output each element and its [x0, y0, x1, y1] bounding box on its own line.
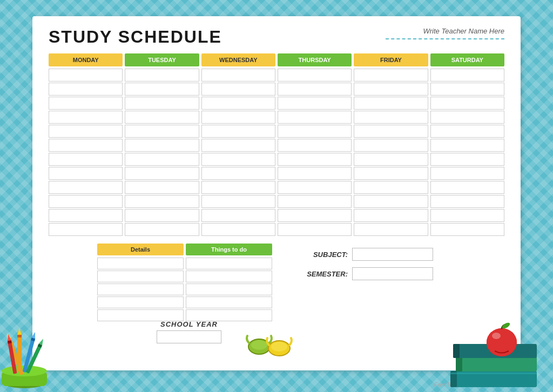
day-header-saturday: SATURDAY	[430, 53, 504, 66]
schedule-cell[interactable]	[430, 111, 504, 124]
schedule-cell[interactable]	[49, 111, 123, 124]
days-header-row: MONDAYTUESDAYWEDNESDAYTHURSDAYFRIDAYSATU…	[49, 53, 504, 66]
schedule-cell[interactable]	[430, 153, 504, 166]
schedule-cell[interactable]	[49, 167, 123, 180]
schedule-cell[interactable]	[201, 125, 275, 138]
schedule-cell[interactable]	[49, 69, 123, 82]
things-cell[interactable]	[186, 271, 272, 282]
schedule-cell[interactable]	[354, 167, 428, 180]
schedule-cell[interactable]	[354, 111, 428, 124]
schedule-cell[interactable]	[354, 69, 428, 82]
svg-point-31	[251, 340, 267, 350]
schedule-cell[interactable]	[354, 223, 428, 236]
semester-row: SEMESTER:	[305, 267, 433, 280]
schedule-cell[interactable]	[430, 167, 504, 180]
schedule-cell[interactable]	[125, 69, 199, 82]
schedule-cell[interactable]	[49, 125, 123, 138]
schedule-cell[interactable]	[354, 195, 428, 208]
schedule-cell[interactable]	[354, 125, 428, 138]
schedule-cell[interactable]	[278, 97, 352, 110]
schedule-cell[interactable]	[49, 209, 123, 222]
schedule-cell[interactable]	[354, 97, 428, 110]
schedule-cell[interactable]	[201, 111, 275, 124]
details-cell[interactable]	[97, 283, 184, 295]
candy-decoration	[246, 328, 294, 362]
schedule-cell[interactable]	[125, 111, 199, 124]
things-cell[interactable]	[186, 283, 272, 295]
schedule-cell[interactable]	[278, 181, 352, 194]
schedule-cell[interactable]	[125, 125, 199, 138]
schedule-cell[interactable]	[49, 83, 123, 96]
schedule-cell[interactable]	[49, 195, 123, 208]
schedule-cell[interactable]	[430, 195, 504, 208]
schedule-cell[interactable]	[278, 111, 352, 124]
schedule-cell[interactable]	[430, 97, 504, 110]
schedule-cell[interactable]	[201, 195, 275, 208]
school-year-section: SCHOOL YEAR	[157, 320, 221, 343]
schedule-cell[interactable]	[354, 153, 428, 166]
details-column	[97, 258, 184, 321]
schedule-cell[interactable]	[201, 223, 275, 236]
details-cell[interactable]	[97, 258, 184, 269]
details-cell[interactable]	[97, 271, 184, 282]
schedule-cell[interactable]	[49, 223, 123, 236]
schedule-cell[interactable]	[125, 195, 199, 208]
schedule-cell[interactable]	[430, 125, 504, 138]
schedule-cell[interactable]	[125, 153, 199, 166]
schedule-cell[interactable]	[278, 195, 352, 208]
schedule-cell[interactable]	[49, 153, 123, 166]
things-cell[interactable]	[186, 309, 272, 321]
school-year-input[interactable]	[157, 330, 221, 343]
schedule-cell[interactable]	[201, 209, 275, 222]
subject-input[interactable]	[352, 248, 433, 261]
schedule-cell[interactable]	[278, 167, 352, 180]
schedule-cell[interactable]	[354, 139, 428, 152]
things-cell[interactable]	[186, 258, 272, 269]
schedule-cell[interactable]	[201, 139, 275, 152]
svg-rect-6	[17, 335, 22, 371]
books-decoration	[445, 320, 553, 392]
schedule-cell[interactable]	[354, 209, 428, 222]
schedule-cell[interactable]	[354, 181, 428, 194]
schedule-cell[interactable]	[125, 83, 199, 96]
schedule-cell[interactable]	[430, 223, 504, 236]
svg-marker-10	[31, 332, 37, 339]
schedule-cell[interactable]	[278, 69, 352, 82]
schedule-cell[interactable]	[201, 83, 275, 96]
things-cell[interactable]	[186, 296, 272, 308]
details-cell[interactable]	[97, 296, 184, 308]
schedule-cell[interactable]	[125, 181, 199, 194]
svg-rect-8	[17, 335, 22, 337]
schedule-cell[interactable]	[278, 83, 352, 96]
details-cell[interactable]	[97, 309, 184, 321]
schedule-cell[interactable]	[278, 223, 352, 236]
schedule-cell[interactable]	[430, 139, 504, 152]
day-header-monday: MONDAY	[49, 53, 123, 66]
schedule-cell[interactable]	[125, 97, 199, 110]
schedule-cell[interactable]	[201, 167, 275, 180]
schedule-cell[interactable]	[125, 223, 199, 236]
semester-input[interactable]	[352, 267, 433, 280]
schedule-cell[interactable]	[201, 181, 275, 194]
schedule-cell[interactable]	[278, 153, 352, 166]
schedule-cell[interactable]	[278, 139, 352, 152]
schedule-cell[interactable]	[430, 181, 504, 194]
schedule-cell[interactable]	[49, 97, 123, 110]
schedule-cell[interactable]	[278, 209, 352, 222]
bottom-section: Details Things to do SUBJECT: SEMESTER:	[49, 244, 504, 321]
svg-rect-22	[456, 356, 462, 371]
schedule-cell[interactable]	[125, 139, 199, 152]
schedule-cell[interactable]	[430, 209, 504, 222]
schedule-cell[interactable]	[125, 209, 199, 222]
schedule-cell[interactable]	[278, 125, 352, 138]
schedule-cell[interactable]	[430, 83, 504, 96]
schedule-cell[interactable]	[201, 153, 275, 166]
schedule-cell[interactable]	[125, 167, 199, 180]
subject-row: SUBJECT:	[305, 248, 433, 261]
schedule-cell[interactable]	[49, 139, 123, 152]
schedule-cell[interactable]	[430, 69, 504, 82]
schedule-cell[interactable]	[201, 69, 275, 82]
schedule-cell[interactable]	[201, 97, 275, 110]
schedule-cell[interactable]	[49, 181, 123, 194]
schedule-cell[interactable]	[354, 83, 428, 96]
